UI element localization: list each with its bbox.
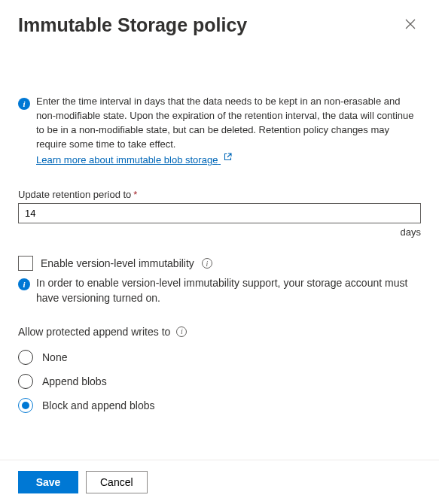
immutable-storage-policy-panel: Immutable Storage policy i Enter the tim… xyxy=(0,0,439,504)
info-outline-icon[interactable]: i xyxy=(176,326,187,337)
panel-body: i Enter the time interval in days that t… xyxy=(0,42,439,460)
retention-units: days xyxy=(18,226,421,238)
required-asterisk: * xyxy=(133,189,137,200)
close-icon xyxy=(405,19,416,29)
retention-label: Update retention period to* xyxy=(18,189,421,200)
version-level-checkbox[interactable] xyxy=(18,256,33,271)
panel-header: Immutable Storage policy xyxy=(0,0,439,42)
close-button[interactable] xyxy=(400,14,421,35)
radio-option-none[interactable]: None xyxy=(18,345,421,369)
info-callout: i Enter the time interval in days that t… xyxy=(18,95,421,168)
radio-option-append[interactable]: Append blobs xyxy=(18,369,421,393)
info-text: Enter the time interval in days that the… xyxy=(36,95,421,168)
save-button[interactable]: Save xyxy=(18,471,78,493)
radio-button[interactable] xyxy=(18,374,33,389)
version-level-checkbox-row[interactable]: Enable version-level immutability i xyxy=(18,256,421,271)
version-level-note: i In order to enable version-level immut… xyxy=(18,275,421,306)
radio-option-block-append[interactable]: Block and append blobs xyxy=(18,393,421,417)
panel-footer: Save Cancel xyxy=(0,460,439,504)
learn-more-link[interactable]: Learn more about immutable blob storage xyxy=(36,154,233,165)
version-level-checkbox-label: Enable version-level immutability xyxy=(41,257,194,269)
cancel-button[interactable]: Cancel xyxy=(86,471,148,493)
info-icon: i xyxy=(18,278,30,290)
retention-input[interactable] xyxy=(18,203,421,223)
info-outline-icon[interactable]: i xyxy=(202,258,212,269)
append-writes-radio-group: None Append blobs Block and append blobs xyxy=(18,345,421,417)
radio-button[interactable] xyxy=(18,350,33,365)
page-title: Immutable Storage policy xyxy=(18,14,247,36)
radio-button[interactable] xyxy=(18,398,33,413)
append-writes-label: Allow protected append writes to i xyxy=(18,326,421,338)
info-icon: i xyxy=(18,98,30,110)
external-link-icon xyxy=(224,151,233,165)
